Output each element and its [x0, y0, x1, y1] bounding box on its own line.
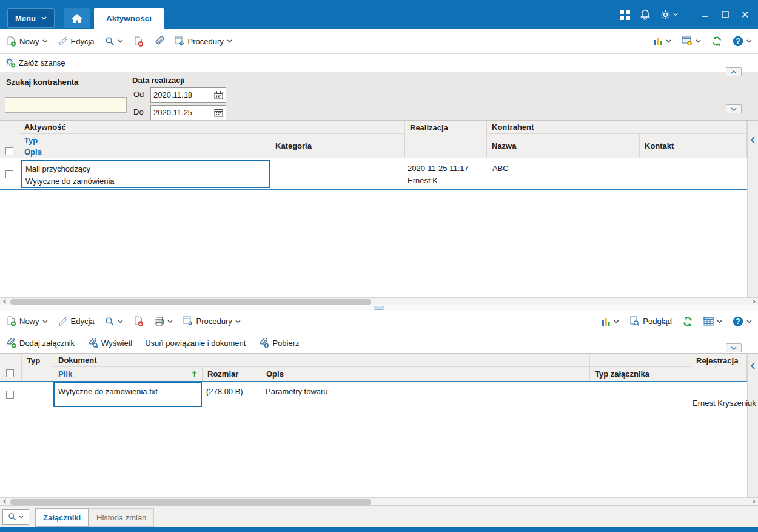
chevron-down-icon: [118, 320, 123, 323]
settings-gear-button[interactable]: [660, 10, 678, 20]
realization-date-label: Data realizacji: [132, 76, 185, 85]
row-checkbox[interactable]: [6, 391, 14, 399]
filter-collapse-up-button[interactable]: [726, 67, 742, 76]
column-header-description[interactable]: Opis: [261, 367, 590, 381]
scroll-right-icon[interactable]: [749, 498, 758, 505]
tab-zalaczniki[interactable]: Załączniki: [35, 508, 89, 527]
calendar-icon[interactable]: [214, 108, 223, 117]
attachments-shortcut-row: Dodaj załącznik Wyświetl Usuń powiązanie…: [0, 332, 758, 353]
show-attachment-button[interactable]: Wyświetl: [87, 338, 132, 348]
scroll-left-icon[interactable]: [0, 498, 9, 505]
download-attachment-label: Pobierz: [272, 338, 299, 348]
procedures-button[interactable]: Procedury: [175, 36, 232, 47]
remove-link-document-button[interactable]: Usuń powiązanie i dokument: [145, 338, 246, 348]
create-opportunity-button[interactable]: Załóż szansę: [5, 58, 65, 68]
activity-realization-user: Ernest K: [408, 176, 438, 185]
chart-button[interactable]: [601, 317, 619, 326]
edit-button[interactable]: Edycja: [58, 36, 95, 46]
calendar-icon[interactable]: [214, 90, 223, 99]
search-contractor-input[interactable]: [5, 97, 127, 113]
table-settings-button[interactable]: [703, 317, 722, 326]
column-header-realization[interactable]: Realizacja: [405, 121, 487, 158]
delete-button[interactable]: [133, 316, 144, 326]
column-header-type-description[interactable]: Typ Opis: [19, 134, 270, 158]
delete-button[interactable]: [133, 36, 144, 47]
column-header-attachment-type[interactable]: Typ załącznika: [590, 367, 691, 381]
column-header-name[interactable]: Nazwa: [487, 134, 640, 158]
search-button[interactable]: [105, 317, 123, 326]
attachments-collapse-down-button[interactable]: [726, 343, 742, 352]
filter-collapse-down-button[interactable]: [726, 104, 742, 113]
help-button[interactable]: ?: [733, 36, 752, 47]
select-all-checkbox[interactable]: [5, 147, 13, 155]
attachments-button[interactable]: [154, 36, 164, 47]
help-button[interactable]: ?: [733, 316, 752, 327]
search-icon: [8, 513, 16, 521]
procedures-button[interactable]: Procedury: [183, 316, 241, 326]
panel-expand-left-icon[interactable]: [750, 136, 755, 144]
chart-button[interactable]: [653, 36, 671, 46]
chevron-down-icon: [41, 16, 47, 20]
panel-expand-left-icon[interactable]: [750, 362, 755, 369]
close-button[interactable]: [737, 7, 753, 22]
chevron-down-icon: [19, 516, 24, 519]
tab-historia-zmian[interactable]: Historia zmian: [89, 508, 154, 527]
attachment-row[interactable]: Wytyczne do zamówienia.txt (278.00 B) Pa…: [0, 381, 747, 408]
refresh-button[interactable]: [682, 316, 693, 327]
maximize-button[interactable]: [717, 7, 733, 22]
new-button[interactable]: Nowy: [6, 36, 48, 47]
sort-asc-icon[interactable]: [192, 371, 197, 377]
scroll-left-icon[interactable]: [0, 298, 9, 305]
search-icon: [105, 317, 115, 326]
date-to-input[interactable]: [153, 108, 212, 117]
panel-splitter[interactable]: [0, 305, 758, 311]
delete-document-icon: [133, 36, 144, 47]
home-button[interactable]: [64, 8, 90, 28]
attachments-table: Typ Dokument Plik Rozmiar Opis Typ załąc…: [0, 353, 758, 497]
apps-grid-icon[interactable]: [620, 10, 630, 20]
attachment-file-cell[interactable]: Wytyczne do zamówienia.txt: [53, 382, 202, 407]
menu-button-label: Menu: [15, 14, 36, 23]
procedures-gear-icon: [175, 36, 185, 47]
edit-button[interactable]: Edycja: [58, 317, 95, 326]
column-header-category[interactable]: Kategoria: [270, 134, 405, 158]
search-icon: [105, 36, 115, 46]
date-to-field: [150, 105, 226, 120]
scrollbar-thumb[interactable]: [10, 299, 371, 305]
select-all-checkbox[interactable]: [6, 369, 14, 377]
edit-button-label: Edycja: [71, 37, 95, 46]
attachment-description: Parametry towaru: [266, 387, 328, 396]
scroll-right-icon[interactable]: [749, 298, 758, 305]
tab-aktywnosci[interactable]: Aktywności: [94, 8, 164, 29]
scrollbar-thumb[interactable]: [10, 499, 371, 505]
menu-button[interactable]: Menu: [7, 8, 55, 28]
column-header-size[interactable]: Rozmiar: [203, 367, 261, 381]
chart-bars-icon: [653, 36, 663, 46]
refresh-button[interactable]: [711, 36, 722, 47]
column-header-contact[interactable]: Kontakt: [640, 134, 747, 158]
chevron-down-icon: [717, 320, 722, 323]
column-header-file[interactable]: Plik: [53, 367, 203, 381]
print-button[interactable]: [154, 317, 173, 326]
activity-row[interactable]: Mail przychodzący Wytyczne do zamówienia…: [0, 158, 747, 190]
splitter-grip[interactable]: [374, 306, 384, 310]
column-header-registration[interactable]: Rejestracja: [691, 354, 747, 381]
minimize-button[interactable]: [697, 7, 713, 22]
download-attachment-button[interactable]: Pobierz: [258, 338, 299, 348]
bottom-search-button[interactable]: [2, 509, 29, 525]
paperclip-view-icon: [87, 338, 98, 348]
notifications-bell-icon[interactable]: [640, 9, 650, 20]
preview-button[interactable]: Podgląd: [629, 316, 672, 326]
row-checkbox[interactable]: [5, 170, 13, 178]
close-icon: [742, 11, 749, 18]
add-attachment-button[interactable]: Dodaj załącznik: [5, 338, 75, 348]
activity-type-description-cell[interactable]: Mail przychodzący Wytyczne do zamówienia: [21, 160, 270, 188]
date-from-input[interactable]: [153, 90, 212, 99]
paperclip-icon: [154, 36, 164, 47]
new-document-icon: [6, 36, 16, 47]
view-settings-button[interactable]: [682, 36, 701, 46]
new-button[interactable]: Nowy: [6, 316, 48, 326]
search-button[interactable]: [105, 36, 123, 46]
chevron-down-icon: [666, 39, 671, 43]
column-header-type[interactable]: Typ: [22, 354, 53, 381]
